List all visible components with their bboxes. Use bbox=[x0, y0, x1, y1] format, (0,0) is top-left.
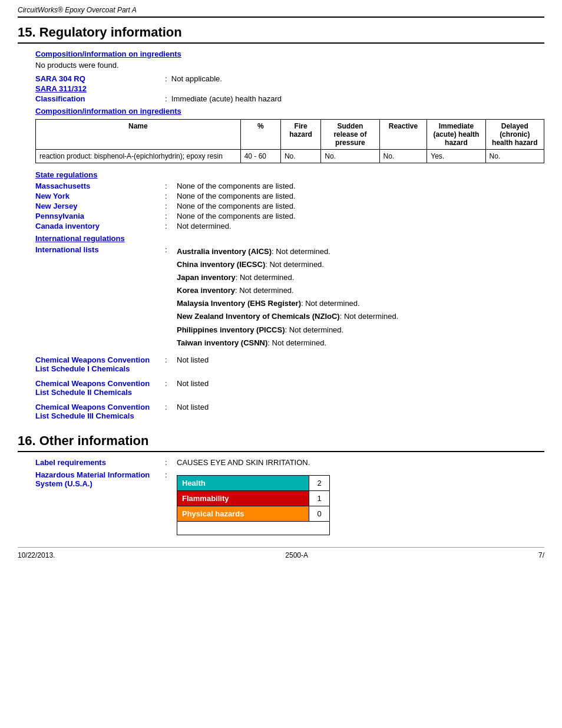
cell-immediate: Yes. bbox=[427, 150, 485, 163]
cwc1-colon: : bbox=[165, 355, 177, 364]
classification-row: Classification : Immediate (acute) healt… bbox=[35, 94, 544, 103]
cell-delayed: No. bbox=[485, 150, 544, 163]
hmis-health-row: Health 2 bbox=[177, 476, 329, 491]
hmis-table-container: Health 2 Flammability 1 Physical hazards… bbox=[177, 470, 544, 535]
cwc3-colon: : bbox=[165, 403, 177, 411]
hmis-phys-label: Physical hazards bbox=[177, 506, 309, 521]
cwc3-label: Chemical Weapons Convention List Schedul… bbox=[35, 403, 150, 420]
pennsylvania-value: None of the components are listed. bbox=[177, 212, 544, 220]
new-york-row: New York : None of the components are li… bbox=[35, 192, 544, 200]
intl-lists-label: International lists bbox=[35, 245, 99, 254]
canada-inventory-row: Canada inventory : Not determined. bbox=[35, 222, 544, 230]
cwc3-row: Chemical Weapons Convention List Schedul… bbox=[35, 403, 544, 420]
classification-colon: : bbox=[165, 94, 167, 103]
th-delayed: Delayed (chronic) health hazard bbox=[485, 120, 544, 150]
hmis-health-label: Health bbox=[177, 476, 309, 490]
ingredients-table: Name % Fire hazard Sudden release of pre… bbox=[35, 119, 544, 163]
massachusetts-row: Massachusetts : None of the components a… bbox=[35, 182, 544, 190]
new-jersey-label: New Jersey bbox=[35, 202, 78, 210]
cell-name: reaction product: bisphenol-A-(epichlorh… bbox=[36, 150, 241, 163]
hmis-flam-row: Flammability 1 bbox=[177, 491, 329, 506]
footer-date: 10/22/2013. bbox=[18, 551, 55, 559]
classification-label: Classification bbox=[35, 94, 85, 103]
sara-304-colon: : bbox=[165, 74, 167, 83]
hmis-phys-value: 0 bbox=[309, 506, 329, 521]
hmis-label: Hazardous Material Information System (U… bbox=[35, 470, 150, 488]
list-item: New Zealand Inventory of Chemicals (NZIo… bbox=[177, 310, 544, 323]
doc-title-text: CircuitWorks® Epoxy Overcoat Part A bbox=[18, 6, 137, 14]
cwc2-label: Chemical Weapons Convention List Schedul… bbox=[35, 379, 150, 397]
intl-lists-row: International lists : Australia inventor… bbox=[35, 245, 544, 350]
cwc1-value: Not listed bbox=[177, 355, 544, 364]
sara-304-row: SARA 304 RQ : Not applicable. bbox=[35, 74, 544, 83]
list-item: Philippines inventory (PICCS): Not deter… bbox=[177, 324, 544, 337]
massachusetts-label: Massachusetts bbox=[35, 182, 90, 190]
canada-inventory-value: Not determined. bbox=[177, 222, 544, 230]
massachusetts-value: None of the components are listed. bbox=[177, 182, 544, 190]
no-products-text: No products were found. bbox=[35, 61, 544, 70]
new-jersey-row: New Jersey : None of the components are … bbox=[35, 202, 544, 210]
hmis-flam-value: 1 bbox=[309, 491, 329, 506]
th-immediate: Immediate (acute) health hazard bbox=[427, 120, 485, 150]
massachusetts-colon: : bbox=[165, 182, 177, 190]
new-jersey-colon: : bbox=[165, 202, 177, 210]
section-16-header: 16. Other information bbox=[18, 431, 544, 452]
list-item: Taiwan inventory (CSNN): Not determined. bbox=[177, 337, 544, 350]
classification-value: Immediate (acute) health hazard bbox=[171, 94, 282, 103]
pennsylvania-row: Pennsylvania : None of the components ar… bbox=[35, 212, 544, 220]
intl-lists-colon: : bbox=[165, 245, 177, 254]
intl-lists-values: Australia inventory (AICS): Not determin… bbox=[177, 245, 544, 350]
list-item: Australia inventory (AICS): Not determin… bbox=[177, 245, 544, 258]
cwc1-label: Chemical Weapons Convention List Schedul… bbox=[35, 355, 150, 373]
th-name: Name bbox=[36, 120, 241, 150]
cell-fire: No. bbox=[280, 150, 320, 163]
list-item: Japan inventory: Not determined. bbox=[177, 271, 544, 284]
cwc3-value: Not listed bbox=[177, 403, 544, 411]
label-req-label: Label requirements bbox=[35, 458, 106, 467]
composition-link-2[interactable]: Composition/information on ingredients bbox=[35, 107, 181, 116]
pennsylvania-label: Pennsylvania bbox=[35, 212, 84, 220]
cwc2-row: Chemical Weapons Convention List Schedul… bbox=[35, 379, 544, 397]
intl-regulations-link[interactable]: International regulations bbox=[35, 234, 125, 243]
list-item: China inventory (IECSC): Not determined. bbox=[177, 258, 544, 271]
page-footer: 10/22/2013. 2500-A 7/ bbox=[18, 547, 544, 559]
page: CircuitWorks® Epoxy Overcoat Part A 15. … bbox=[0, 0, 562, 728]
canada-inventory-colon: : bbox=[165, 222, 177, 230]
section-15-header: 15. Regulatory information bbox=[18, 22, 544, 44]
th-reactive: Reactive bbox=[379, 120, 427, 150]
hmis-empty-row bbox=[177, 522, 329, 535]
footer-code: 2500-A bbox=[285, 551, 308, 559]
new-york-value: None of the components are listed. bbox=[177, 192, 544, 200]
new-york-label: New York bbox=[35, 192, 70, 200]
ingredients-table-container: Name % Fire hazard Sudden release of pre… bbox=[35, 119, 544, 163]
cwc1-row: Chemical Weapons Convention List Schedul… bbox=[35, 355, 544, 373]
list-item: Malaysia Inventory (EHS Register): Not d… bbox=[177, 297, 544, 310]
new-york-colon: : bbox=[165, 192, 177, 200]
hmis-phys-row: Physical hazards 0 bbox=[177, 506, 329, 522]
composition-link-1[interactable]: Composition/information on ingredients bbox=[35, 50, 181, 58]
sara-311-link[interactable]: SARA 311/312 bbox=[35, 84, 87, 93]
th-sudden: Sudden release of pressure bbox=[321, 120, 379, 150]
th-pct: % bbox=[240, 120, 280, 150]
section-16: 16. Other information Label requirements… bbox=[18, 431, 544, 535]
cwc2-colon: : bbox=[165, 379, 177, 388]
label-req-row: Label requirements : CAUSES EYE AND SKIN… bbox=[35, 458, 544, 467]
cell-reactive: No. bbox=[379, 150, 427, 163]
canada-inventory-label: Canada inventory bbox=[35, 222, 100, 230]
cell-pct: 40 - 60 bbox=[240, 150, 280, 163]
footer-page: 7/ bbox=[538, 551, 544, 559]
hmis-row-container: Hazardous Material Information System (U… bbox=[35, 470, 544, 535]
label-req-value: CAUSES EYE AND SKIN IRRITATION. bbox=[177, 458, 544, 467]
label-req-colon: : bbox=[165, 458, 177, 467]
hmis-colon: : bbox=[165, 470, 177, 479]
new-jersey-value: None of the components are listed. bbox=[177, 202, 544, 210]
hmis-flam-label: Flammability bbox=[177, 491, 309, 506]
list-item: Korea inventory: Not determined. bbox=[177, 284, 544, 297]
hmis-table: Health 2 Flammability 1 Physical hazards… bbox=[177, 475, 330, 535]
table-row: reaction product: bisphenol-A-(epichlorh… bbox=[36, 150, 544, 163]
th-fire: Fire hazard bbox=[280, 120, 320, 150]
state-regulations-link[interactable]: State regulations bbox=[35, 170, 97, 179]
doc-title: CircuitWorks® Epoxy Overcoat Part A bbox=[18, 6, 544, 18]
cell-sudden: No. bbox=[321, 150, 379, 163]
hmis-health-value: 2 bbox=[309, 476, 329, 490]
